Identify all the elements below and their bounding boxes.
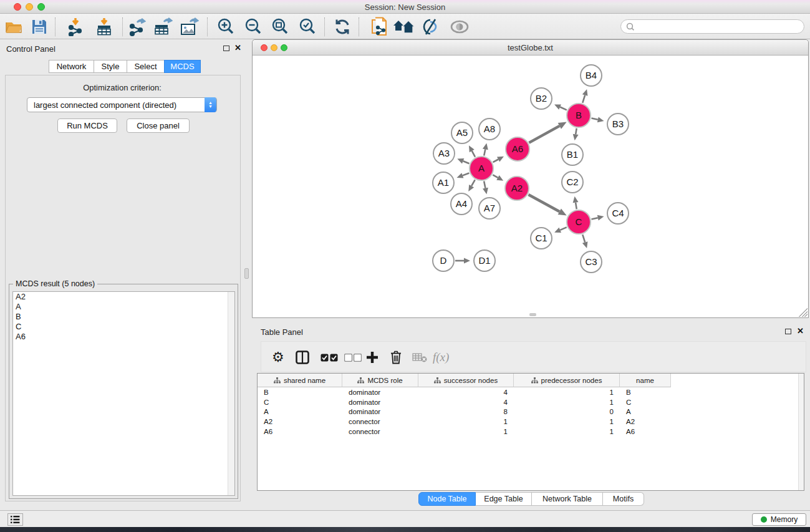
graph-node-C3[interactable]: C3 xyxy=(581,251,602,273)
task-history-button[interactable] xyxy=(7,513,23,526)
open-folder-icon[interactable] xyxy=(3,16,26,37)
graph-node-A5[interactable]: A5 xyxy=(451,122,473,143)
export-image-icon[interactable] xyxy=(178,16,201,37)
network-from-clipboard-icon[interactable] xyxy=(368,16,390,37)
graph-edge[interactable] xyxy=(484,149,485,155)
column-settings-icon[interactable] xyxy=(296,348,309,367)
graph-node-B3[interactable]: B3 xyxy=(607,114,629,135)
list-item[interactable]: A xyxy=(13,302,234,312)
graph-edge[interactable] xyxy=(528,195,559,211)
graph-node-B4[interactable]: B4 xyxy=(581,65,602,86)
close-panel-icon[interactable]: ✕ xyxy=(234,44,241,51)
graph-node-A2[interactable]: A2 xyxy=(505,177,529,200)
graph-edge[interactable] xyxy=(576,203,577,210)
graph-node-B1[interactable]: B1 xyxy=(562,144,583,165)
list-item[interactable]: C xyxy=(13,322,234,332)
refresh-icon[interactable] xyxy=(331,16,354,37)
column-header[interactable]: successor nodes xyxy=(418,374,514,387)
export-network-icon[interactable] xyxy=(125,16,148,37)
graph-node-C4[interactable]: C4 xyxy=(607,203,629,224)
table-row[interactable]: A2 connector 1 1 A2 xyxy=(258,417,804,427)
graph-edge[interactable] xyxy=(582,95,585,102)
column-header[interactable]: predecessor nodes xyxy=(514,374,620,387)
graph-edge[interactable] xyxy=(471,180,475,186)
run-mcds-button[interactable]: Run MCDS xyxy=(57,118,117,133)
scrollbar-track[interactable] xyxy=(228,292,234,495)
network-canvas[interactable]: AA1A2A3A4A5A6A7A8BB1B2B3B4CC1C2C3C4DD1 xyxy=(253,56,808,317)
zoom-in-icon[interactable] xyxy=(215,16,237,37)
select-all-checkboxes-icon[interactable] xyxy=(321,348,338,367)
graph-edge[interactable] xyxy=(560,227,566,230)
graph-edge[interactable] xyxy=(591,218,597,219)
export-table-icon[interactable] xyxy=(152,16,175,37)
graph-node-B[interactable]: B xyxy=(567,104,591,127)
table-row[interactable]: C dominator 4 1 C xyxy=(258,397,804,407)
gear-icon[interactable]: ⚙ xyxy=(272,348,284,367)
mcds-result-list[interactable]: A2 A B C A6 xyxy=(12,291,235,496)
table-row[interactable]: B dominator 4 1 B xyxy=(258,387,804,397)
memory-button[interactable]: Memory xyxy=(752,513,806,526)
graph-edge[interactable] xyxy=(576,128,577,135)
graph-node-D[interactable]: D xyxy=(433,250,454,271)
function-builder-icon[interactable]: f(x) xyxy=(433,348,449,367)
graph-node-A[interactable]: A xyxy=(470,157,493,180)
node-table[interactable]: shared name MCDS role successor nodes pr… xyxy=(257,373,804,491)
save-session-icon[interactable] xyxy=(28,16,51,37)
zoom-out-icon[interactable] xyxy=(242,16,264,37)
graph-edge[interactable] xyxy=(529,126,559,143)
hide-labels-icon[interactable] xyxy=(420,16,442,37)
graph-node-C1[interactable]: C1 xyxy=(531,228,552,249)
graph-edge[interactable] xyxy=(463,173,469,175)
graph-node-C2[interactable]: C2 xyxy=(562,172,583,193)
tab-motifs[interactable]: Motifs xyxy=(603,492,644,506)
close-panel-icon[interactable]: ✕ xyxy=(797,327,804,334)
zoom-fit-icon[interactable] xyxy=(269,16,291,37)
tab-select[interactable]: Select xyxy=(127,60,165,73)
birds-eye-view-icon[interactable] xyxy=(448,16,471,37)
search-input[interactable] xyxy=(620,19,804,34)
graph-edge[interactable] xyxy=(560,107,567,110)
tab-node-table[interactable]: Node Table xyxy=(418,492,476,506)
list-item[interactable]: A6 xyxy=(13,332,234,342)
tab-edge-table[interactable]: Edge Table xyxy=(476,492,532,506)
graph-node-A6[interactable]: A6 xyxy=(506,137,529,161)
float-panel-icon[interactable] xyxy=(223,46,229,51)
graph-edge[interactable] xyxy=(472,151,475,157)
column-header[interactable]: shared name xyxy=(258,374,342,387)
table-row[interactable]: A dominator 8 0 A xyxy=(258,407,804,417)
home-icon[interactable] xyxy=(393,16,415,37)
import-network-icon[interactable] xyxy=(64,16,87,37)
deselect-all-checkboxes-icon[interactable] xyxy=(344,348,362,367)
scrollbar-track[interactable] xyxy=(798,374,804,490)
graph-node-D1[interactable]: D1 xyxy=(474,250,495,271)
graph-node-A4[interactable]: A4 xyxy=(451,193,472,215)
list-item[interactable]: A2 xyxy=(13,292,234,302)
panel-splitter-handle[interactable] xyxy=(244,268,249,279)
import-table-icon[interactable] xyxy=(93,16,115,37)
list-item[interactable]: B xyxy=(13,312,234,322)
graph-node-A7[interactable]: A7 xyxy=(479,198,500,219)
window-resize-grip[interactable] xyxy=(799,308,808,317)
graph-node-A1[interactable]: A1 xyxy=(433,172,454,193)
table-row[interactable]: A6 connector 1 1 A6 xyxy=(258,427,804,437)
graph-edge[interactable] xyxy=(591,118,597,120)
tab-style[interactable]: Style xyxy=(94,60,127,73)
graph-edge[interactable] xyxy=(463,161,470,163)
graph-edge[interactable] xyxy=(493,175,498,178)
graph-edge[interactable] xyxy=(582,235,585,242)
graph-edge[interactable] xyxy=(484,181,485,188)
float-panel-icon[interactable] xyxy=(785,329,791,334)
tab-mcds[interactable]: MCDS xyxy=(164,60,201,73)
add-column-icon[interactable] xyxy=(366,348,378,367)
graph-node-B2[interactable]: B2 xyxy=(531,88,552,109)
graph-node-C[interactable]: C xyxy=(567,210,591,234)
network-window-titlebar[interactable]: testGlobe.txt xyxy=(253,40,808,56)
delete-columns-icon[interactable] xyxy=(390,348,402,367)
graph-node-A8[interactable]: A8 xyxy=(479,118,500,140)
delete-table-icon[interactable] xyxy=(412,348,427,367)
criterion-dropdown[interactable]: largest connected component (directed) ▲… xyxy=(27,97,217,112)
horizontal-scrollbar-thumb[interactable] xyxy=(529,313,536,316)
graph-node-A3[interactable]: A3 xyxy=(433,143,455,164)
zoom-selected-icon[interactable] xyxy=(296,16,319,37)
close-panel-button[interactable]: Close panel xyxy=(127,118,190,133)
